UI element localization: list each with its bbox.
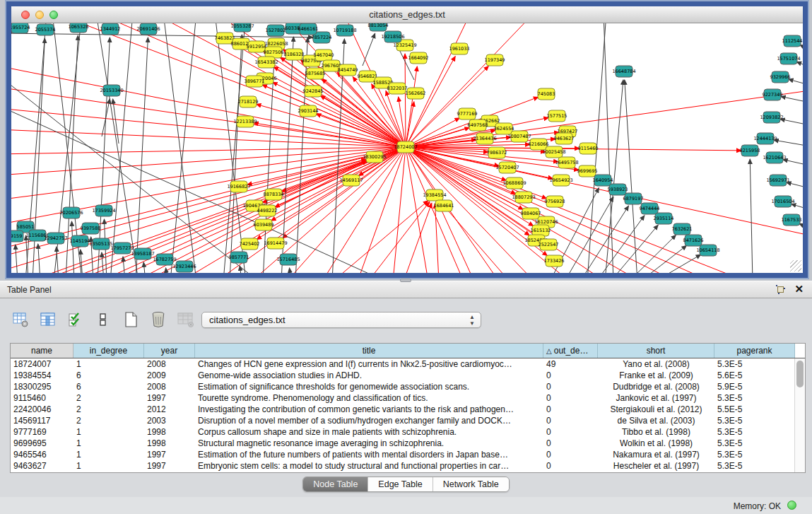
graph-edge[interactable] <box>143 262 146 273</box>
graph-node[interactable]: 1112544 <box>782 35 803 47</box>
tab-edge-table[interactable]: Edge Table <box>367 477 432 491</box>
graph-node[interactable]: 9242845 <box>303 86 324 97</box>
graph-node[interactable]: 16914479 <box>264 238 287 249</box>
graph-edge[interactable] <box>363 33 375 66</box>
graph-node[interactable]: 12444139 <box>753 133 777 144</box>
graph-node[interactable]: 6039489 <box>254 219 274 230</box>
graph-node[interactable]: 17359924 <box>92 205 115 216</box>
graph-edge[interactable] <box>435 204 439 273</box>
graph-node[interactable]: 9227349 <box>763 89 783 100</box>
graph-node[interactable]: 16648784 <box>612 66 635 77</box>
network-canvas[interactable]: 1830029519384554746382288601285912954182… <box>11 23 803 273</box>
graph-node[interactable]: 4498222 <box>257 205 278 216</box>
graph-node[interactable]: 39159 <box>11 230 23 242</box>
memory-status-indicator[interactable] <box>787 501 796 510</box>
graph-node[interactable]: 20153340 <box>100 85 123 96</box>
graph-edge[interactable] <box>580 206 629 273</box>
graph-edge[interactable] <box>604 23 613 273</box>
table-settings-icon[interactable] <box>11 310 30 329</box>
graph-edge[interactable] <box>136 37 148 273</box>
table-row[interactable]: 1830029562008Estimation of significance … <box>11 381 805 392</box>
column-header-year[interactable]: year <box>144 344 195 358</box>
graph-node[interactable]: 1344912 <box>100 23 121 35</box>
graph-edge[interactable] <box>393 147 406 273</box>
graph-node[interactable]: 1955724 <box>11 23 30 33</box>
graph-node[interactable]: 12942757 <box>44 233 67 244</box>
graph-node[interactable]: 1684641 <box>434 200 454 211</box>
graph-edge[interactable] <box>38 244 40 273</box>
graph-node[interactable]: 2903144 <box>298 105 319 117</box>
graph-node[interactable]: 18300295 <box>363 151 386 163</box>
graph-node[interactable]: 9474444 <box>640 203 660 214</box>
graph-node[interactable]: 20206576 <box>59 207 83 218</box>
tab-network-table[interactable]: Network Table <box>433 477 509 491</box>
graph-node[interactable]: 9699695 <box>577 165 598 177</box>
table-row[interactable]: 1456911722003Disruption of a novel membe… <box>11 415 805 426</box>
graph-node[interactable]: 5938923 <box>608 184 628 195</box>
network-window-titlebar[interactable]: citations_edges.txt <box>11 6 803 23</box>
graph-node[interactable]: 9329966 <box>770 71 791 83</box>
table-row[interactable]: 2242004622012Investigating the contribut… <box>11 404 805 415</box>
graph-node[interactable]: 9115460 <box>578 143 599 154</box>
graph-node[interactable]: 7632621 <box>672 223 693 235</box>
column-header-out_degree[interactable]: △out_de… <box>543 344 598 358</box>
graph-node[interactable]: 12093822 <box>760 112 783 123</box>
graph-node[interactable]: 19654923 <box>549 175 572 186</box>
table-row[interactable]: 946554611997Estimation of the future num… <box>11 449 805 460</box>
show-columns-icon[interactable] <box>39 310 57 329</box>
graph-node[interactable]: 1167533 <box>782 214 802 226</box>
graph-node[interactable]: 16210643 <box>763 152 786 163</box>
graph-node[interactable]: 745083 <box>538 88 555 100</box>
graph-node[interactable]: 8454749 <box>338 64 358 76</box>
graph-edge[interactable] <box>789 79 803 84</box>
close-panel-icon[interactable]: ✕ <box>794 283 804 296</box>
graph-node[interactable]: 9463627 <box>554 133 575 144</box>
graph-edge[interactable] <box>655 255 701 273</box>
graph-node[interactable]: 1562662 <box>406 88 426 99</box>
graph-node[interactable]: 19166827 <box>227 181 250 192</box>
graph-edge[interactable] <box>780 119 803 124</box>
graph-node[interactable]: 15751074 <box>777 53 800 64</box>
graph-node[interactable]: 9756928 <box>545 196 565 207</box>
graph-edge[interactable] <box>71 221 74 273</box>
graph-edge[interactable] <box>110 23 133 273</box>
graph-node[interactable]: 10553287 <box>230 23 254 32</box>
graph-node[interactable]: 2055374 <box>35 24 56 35</box>
graph-edge[interactable] <box>791 204 803 209</box>
graph-node[interactable]: 8813054 <box>368 23 389 31</box>
graph-edge[interactable] <box>11 147 406 154</box>
graph-node[interactable]: 14569117 <box>339 175 363 186</box>
column-header-in_degree[interactable]: in_degree <box>73 344 144 358</box>
table-row[interactable]: 1938455462009Genome-wide association stu… <box>11 370 805 381</box>
graph-node[interactable]: 13505135 <box>89 238 112 250</box>
graph-node[interactable]: 2935114 <box>654 213 674 224</box>
graph-node[interactable]: 18807293 <box>512 192 535 203</box>
column-header-short[interactable]: short <box>598 344 714 358</box>
graph-node[interactable]: 9884067 <box>521 208 541 219</box>
graph-node[interactable]: 21364436 <box>473 133 496 144</box>
graph-node[interactable]: 10807487 <box>507 131 531 142</box>
graph-edge[interactable] <box>11 108 406 147</box>
graph-edge[interactable] <box>406 147 464 273</box>
graph-node[interactable]: 1577515 <box>547 110 567 122</box>
window-resize-grip[interactable] <box>790 260 801 271</box>
graph-node[interactable]: 13958187 <box>131 248 154 259</box>
graph-node[interactable]: 8471626 <box>683 235 704 246</box>
graph-node[interactable]: 18724007 <box>394 141 417 153</box>
graph-node[interactable]: 9857771 <box>229 252 249 263</box>
create-table-icon[interactable] <box>122 310 140 329</box>
graph-edge[interactable] <box>320 95 406 147</box>
graph-edge[interactable] <box>16 245 18 273</box>
graph-node[interactable]: 15716485 <box>276 254 300 265</box>
graph-node[interactable]: 10688609 <box>502 177 526 189</box>
column-header-title[interactable]: title <box>195 344 543 358</box>
graph-node[interactable]: 1527802 <box>266 25 286 36</box>
graph-edge[interactable] <box>404 203 432 273</box>
tab-node-table[interactable]: Node Table <box>303 477 367 491</box>
table-row[interactable]: 946362711997Embryonic stem cells: a mode… <box>11 460 805 472</box>
vertical-scrollbar[interactable] <box>794 358 805 472</box>
graph-edge[interactable] <box>796 62 803 66</box>
graph-node[interactable]: 10654118 <box>696 245 719 256</box>
graph-node[interactable]: 6879197 <box>623 193 644 204</box>
graph-node[interactable]: 7425402 <box>240 238 260 250</box>
